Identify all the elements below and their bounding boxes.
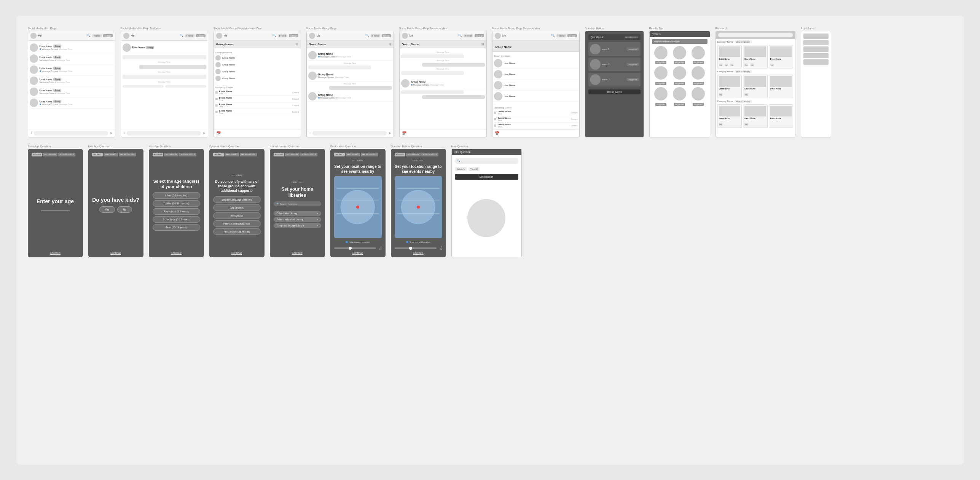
remove-icon[interactable]: × — [317, 212, 318, 215]
slider-thumb[interactable] — [349, 247, 352, 250]
group-item[interactable]: Group Name — [215, 75, 299, 82]
list-item[interactable]: User Name Group — [123, 42, 206, 53]
event-card[interactable]: Event Name tag — [717, 104, 742, 128]
age-option-infant[interactable]: Infant (0-18 months) — [153, 192, 200, 199]
list-item[interactable]: User Name Group Message Content Message … — [30, 53, 113, 64]
member-item[interactable]: User Name — [494, 91, 578, 102]
tab-my-library[interactable]: MY LIBRARY — [285, 153, 300, 156]
no-button[interactable]: No — [117, 206, 132, 213]
calendar-icon[interactable]: 📅 — [402, 131, 406, 136]
sm-nav-friend[interactable]: Friend — [185, 34, 194, 37]
tab-my-library[interactable]: MY LIBRARY — [406, 153, 421, 156]
sm-search-icon[interactable]: 🔍 — [551, 34, 555, 37]
tab-my-library[interactable]: MY LIBRARY — [346, 153, 360, 156]
age-option-toddler[interactable]: Toddler (18-36 months) — [153, 200, 200, 207]
library-tag-ottendorfer[interactable]: Ottendorfer Library × — [274, 211, 321, 216]
continue-link[interactable]: Continue — [153, 252, 200, 254]
event-preview[interactable]: event 2 suggested — [588, 57, 641, 71]
right-panel-item[interactable] — [803, 33, 829, 39]
continue-link[interactable]: Continue — [334, 252, 382, 254]
sm-nav-friend[interactable]: Friend — [278, 34, 287, 37]
plus-icon[interactable]: + — [123, 131, 126, 135]
age-option-teen[interactable]: Teen (13-18 years) — [153, 224, 200, 231]
group-option-ell[interactable]: English Language Learners — [213, 196, 261, 203]
list-item[interactable]: User Name Group Message Content Message … — [30, 42, 113, 53]
sm-search-icon[interactable]: 🔍 — [458, 34, 462, 37]
tab-my-info[interactable]: MY INFO — [153, 153, 164, 156]
quiz-input-line[interactable] — [41, 208, 70, 211]
filter-option[interactable]: Category — [455, 167, 467, 171]
use-location-label[interactable]: Use current location — [349, 241, 370, 243]
event-item[interactable]: Event Name Time Content — [215, 96, 299, 102]
tab-my-interests[interactable]: MY INTERESTS — [58, 153, 75, 156]
set-location-btn[interactable]: Set location — [455, 174, 518, 180]
event-preview[interactable]: event 3 suggested — [588, 73, 641, 86]
tab-my-info[interactable]: MY INFO — [32, 153, 43, 156]
member-item[interactable]: User Name — [494, 69, 578, 80]
send-icon[interactable]: ➤ — [202, 131, 206, 135]
tab-my-interests[interactable]: MY INTERESTS — [421, 153, 438, 156]
event-card[interactable]: Event Name — [769, 75, 794, 98]
list-item[interactable]: User Name Group Message Content Message … — [30, 97, 113, 108]
tab-my-info[interactable]: MY INFO — [92, 153, 103, 156]
tab-my-library[interactable]: MY LIBRARY — [43, 153, 57, 156]
group-item[interactable]: Group Name — [215, 61, 299, 68]
tab-my-info[interactable]: MY INFO — [334, 153, 345, 156]
continue-link[interactable]: Continue — [274, 252, 321, 254]
member-item[interactable]: User Name — [494, 58, 578, 69]
list-item[interactable]: Group Name Message Content Message Time — [308, 91, 392, 102]
tab-my-library[interactable]: MY LIBRARY — [104, 153, 118, 156]
group-option-homeless[interactable]: Persons without Homes — [213, 228, 261, 235]
remove-icon[interactable]: × — [317, 224, 318, 227]
calendar-icon[interactable]: 📅 — [495, 131, 499, 136]
continue-link[interactable]: Continue — [32, 252, 79, 254]
sm-nav-friend[interactable]: Friend — [556, 34, 566, 37]
tab-my-info[interactable]: MY INFO — [213, 153, 224, 156]
sm-nav-group[interactable]: Group — [103, 34, 113, 37]
map-area[interactable] — [395, 176, 442, 238]
event-card[interactable]: Event Name tag — [769, 45, 794, 69]
distance-slider[interactable] — [334, 247, 376, 249]
list-item[interactable]: Group Name Message Content Message Time — [308, 70, 392, 81]
continue-link[interactable]: Continue — [213, 252, 261, 254]
filter-option[interactable]: View all — [468, 167, 480, 171]
sm-nav-group[interactable]: Group — [382, 34, 391, 37]
sm-nav-friend[interactable]: Friend — [92, 34, 102, 37]
plus-icon[interactable]: + — [309, 131, 311, 135]
tab-my-interests[interactable]: MY INTERESTS — [119, 153, 136, 156]
event-card[interactable]: Event Name tag tag — [743, 45, 768, 69]
library-tag-tompkins[interactable]: Tompkins Square Library × — [274, 223, 321, 228]
plus-icon[interactable]: + — [30, 131, 33, 135]
tab-my-info[interactable]: MY INFO — [395, 153, 406, 156]
event-card[interactable]: Event Name tag — [717, 75, 742, 98]
browse-search-input[interactable] — [718, 33, 793, 37]
event-card[interactable]: Event Name tag — [743, 104, 768, 128]
sm-search-icon[interactable]: 🔍 — [272, 34, 276, 37]
list-item[interactable]: User Name Group Message Content Message … — [30, 75, 113, 86]
see-details-icon[interactable]: ⊞ — [296, 43, 298, 46]
list-item[interactable]: Group Name Message Content Message Time — [401, 78, 485, 89]
group-option-immigrants[interactable]: Immigrants — [213, 212, 261, 219]
event-item[interactable]: Event Name Time Content — [215, 89, 299, 96]
group-option-job[interactable]: Job Seekers — [213, 204, 261, 211]
sm-nav-group[interactable]: Group — [475, 34, 484, 37]
group-icon[interactable]: ⊞ — [389, 43, 391, 46]
info-all-events-btn[interactable]: Info all events — [588, 89, 641, 94]
sm-nav-group[interactable]: Group — [289, 34, 298, 37]
group-icon[interactable]: ⊞ — [481, 43, 484, 46]
group-option-disabilities[interactable]: Persons with Disabilities — [213, 220, 261, 227]
library-tag-jefferson[interactable]: Jefferson Market Library × — [274, 217, 321, 222]
yes-button[interactable]: Yes — [99, 206, 115, 213]
library-search[interactable]: 🔍 Search locations... — [274, 201, 321, 206]
filter-select-2[interactable]: View all category — [735, 70, 752, 73]
tab-my-library[interactable]: MY LIBRARY — [225, 153, 239, 156]
event-card[interactable]: Event Name — [769, 104, 794, 128]
right-panel-item[interactable] — [803, 40, 829, 45]
event-preview[interactable]: event 1 suggested — [588, 42, 641, 56]
use-location-label[interactable]: Use current location — [410, 241, 430, 243]
right-panel-item[interactable] — [803, 59, 829, 65]
event-card[interactable]: Event Name tag tag tag — [717, 45, 742, 69]
continue-link[interactable]: Continue — [92, 252, 140, 254]
event-item[interactable]: Event Name Time Content — [494, 116, 578, 123]
remove-icon[interactable]: × — [317, 218, 318, 221]
